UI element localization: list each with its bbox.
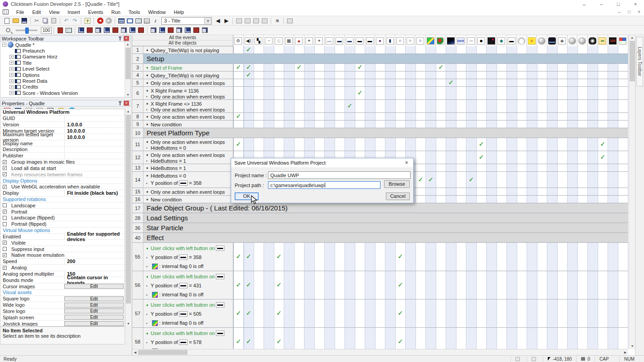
event-conditions[interactable]: ●User clicks with left button on •Y posi… xyxy=(143,299,233,327)
condition-line[interactable]: ●User clicks with left button on xyxy=(146,272,233,281)
checkbox-checked[interactable]: ✓ xyxy=(3,172,7,176)
property-row[interactable]: Publisher xyxy=(0,153,125,159)
run-frame-icon[interactable] xyxy=(243,17,252,25)
event-column-header[interactable]: 123 xyxy=(608,35,618,46)
minimize-icon[interactable]: – xyxy=(593,0,610,8)
event-group-row[interactable]: 2Setup xyxy=(132,54,628,64)
property-row[interactable]: Maximum tested target version10.0.0.0 xyxy=(0,134,125,140)
group-title[interactable]: Setup xyxy=(143,54,628,63)
property-row[interactable]: ✓Visible xyxy=(0,240,125,246)
action-check-icon[interactable]: ✓ xyxy=(244,281,254,288)
checkbox-checked[interactable]: ✓ xyxy=(3,166,7,170)
event-column-header[interactable]: ▬ xyxy=(507,35,517,46)
event-tool-icon-3[interactable] xyxy=(94,27,103,34)
project-path-input[interactable]: c:\gamesare\quadle\uwp xyxy=(268,181,380,189)
close-icon[interactable]: × xyxy=(124,101,129,106)
event-column-header[interactable]: ≡ xyxy=(416,35,426,46)
event-column-header[interactable]: ▬ xyxy=(335,35,345,46)
condition-line[interactable]: ●New condition xyxy=(146,197,233,202)
property-group-header[interactable]: Visual assets xyxy=(0,290,125,296)
event-conditions[interactable]: ●Only one action when event loops xyxy=(143,79,233,86)
event-grid-cells[interactable]: ✓ xyxy=(233,72,628,79)
condition-line[interactable]: ●X Right Frame = 1136 xyxy=(146,88,233,94)
checkbox[interactable] xyxy=(3,247,7,251)
condition-line[interactable]: ●X Right Frame <> 1136 xyxy=(146,101,233,107)
tree-expand-icon[interactable]: + xyxy=(9,67,13,71)
property-row[interactable]: ✓Group images in mosaic files xyxy=(0,159,125,165)
action-check-icon[interactable]: ✓ xyxy=(598,140,608,147)
event-grid-cells[interactable]: ✓ xyxy=(233,46,628,54)
event-column-header[interactable]: ▬ xyxy=(365,35,376,46)
tree-expand-icon[interactable]: + xyxy=(9,79,13,83)
action-check-icon[interactable]: ✓ xyxy=(355,63,365,71)
event-column-header[interactable]: ▬ xyxy=(355,35,365,46)
action-check-icon[interactable]: ✓ xyxy=(244,46,254,53)
event-row[interactable]: 7●X Right Frame <> 1136•Only one action … xyxy=(132,100,628,113)
event-vertical-scrollbar[interactable]: ▲ ▼ xyxy=(629,35,635,349)
event-column-header[interactable]: Off xyxy=(466,35,477,46)
scroll-up-icon[interactable]: ▲ xyxy=(125,42,130,47)
menu-insert[interactable]: Insert xyxy=(63,9,84,16)
undo-icon[interactable]: ↶ xyxy=(62,17,71,25)
event-conditions[interactable]: ●HideButtons = 0•Y position of = 358 xyxy=(143,172,233,188)
chevron-down-icon[interactable]: ▼ xyxy=(204,18,211,24)
menu-edit[interactable]: Edit xyxy=(28,9,45,16)
event-tool-icon-7[interactable] xyxy=(128,27,137,34)
checkbox[interactable] xyxy=(3,216,7,220)
workspace-item-gamesare-horz[interactable]: +Gamesare Horz xyxy=(0,54,130,60)
event-column-header[interactable] xyxy=(618,35,628,46)
condition-line[interactable]: ●Start of Frame xyxy=(146,65,233,71)
event-number[interactable]: 7 xyxy=(132,100,143,112)
event-grid-cells[interactable]: ✓✓✓ xyxy=(233,138,628,151)
event-tool-icon-10[interactable] xyxy=(158,27,166,34)
event-column-header[interactable] xyxy=(537,35,547,46)
event-grid-cells[interactable]: ✓ xyxy=(233,87,628,99)
event-conditions[interactable]: ●Only one action when event loops•HideBu… xyxy=(143,138,233,151)
event-horizontal-scrollbar[interactable]: ◀ ▶ xyxy=(132,349,628,355)
action-check-icon[interactable]: ✓ xyxy=(476,153,487,161)
event-grid-cells[interactable]: ✓✓✓✓ xyxy=(233,243,628,271)
event-group-row[interactable]: 28Load Settings xyxy=(132,213,628,223)
action-check-icon[interactable]: ✓ xyxy=(244,63,254,71)
group-title[interactable]: Fade Object Group - ( Last Edited: 06/16… xyxy=(143,203,628,213)
action-check-icon[interactable]: ✓ xyxy=(233,253,244,260)
event-row[interactable]: 57●User clicks with left button on •Y po… xyxy=(132,299,628,328)
event-grid-cells[interactable]: ✓✓✓✓ xyxy=(233,299,628,327)
mdi-minimize-icon[interactable]: – xyxy=(614,9,624,16)
checkbox-checked[interactable]: ✓ xyxy=(3,185,7,189)
event-number[interactable]: 56 xyxy=(132,271,143,299)
condition-line[interactable]: • : internal flag 0 is off xyxy=(146,262,233,271)
property-row[interactable]: EnabledEnabled for supported devices xyxy=(0,234,125,240)
property-row[interactable]: ✓Portrait xyxy=(0,209,125,215)
event-row[interactable]: 3●Start of Frame✓✓✓✓✓ xyxy=(132,64,628,72)
event-conditions[interactable]: ●X Right Frame = 1136•Only one action wh… xyxy=(143,87,233,99)
project-name-input[interactable]: Quadle UWP xyxy=(268,171,411,179)
action-check-icon[interactable]: ✓ xyxy=(244,338,254,345)
event-row[interactable]: 6●X Right Frame = 1136•Only one action w… xyxy=(132,87,628,100)
property-row[interactable]: Description xyxy=(0,147,125,153)
event-grid-icon[interactable] xyxy=(64,27,73,34)
action-check-icon[interactable]: ✓ xyxy=(395,253,406,260)
workspace-item-score-windows-version[interactable]: +Score - Windows Version xyxy=(0,90,130,96)
redo-icon[interactable]: ↷ xyxy=(71,17,79,25)
workspace-item-title[interactable]: +Title xyxy=(0,60,130,66)
event-column-header[interactable] xyxy=(517,35,527,46)
property-row[interactable]: Suppress input xyxy=(0,246,125,252)
event-number[interactable]: 14 xyxy=(132,172,143,188)
event-number[interactable]: 6 xyxy=(132,87,143,99)
action-check-icon[interactable]: ✓ xyxy=(395,309,406,317)
condition-line[interactable]: ●HideButtons = 1 xyxy=(146,165,233,171)
event-tool-icon-6[interactable] xyxy=(120,27,128,34)
property-row[interactable]: ✓Keep resources between frames xyxy=(0,171,125,178)
next-frame-icon[interactable]: ▶ xyxy=(222,17,231,25)
action-check-icon[interactable]: ✓ xyxy=(416,176,426,183)
event-column-header[interactable]: 00000 xyxy=(456,35,466,46)
event-conditions[interactable]: ●Start of Frame xyxy=(143,64,233,71)
copy-icon[interactable] xyxy=(41,17,49,25)
edit-button[interactable]: Edit xyxy=(64,315,124,320)
action-check-icon[interactable]: ✓ xyxy=(598,153,608,161)
event-column-header[interactable] xyxy=(588,35,598,46)
event-number[interactable]: 58 xyxy=(132,328,143,349)
property-row[interactable]: Speed200 xyxy=(0,259,125,265)
event-row[interactable]: 8●Only one action when event loops✓ xyxy=(132,113,628,121)
